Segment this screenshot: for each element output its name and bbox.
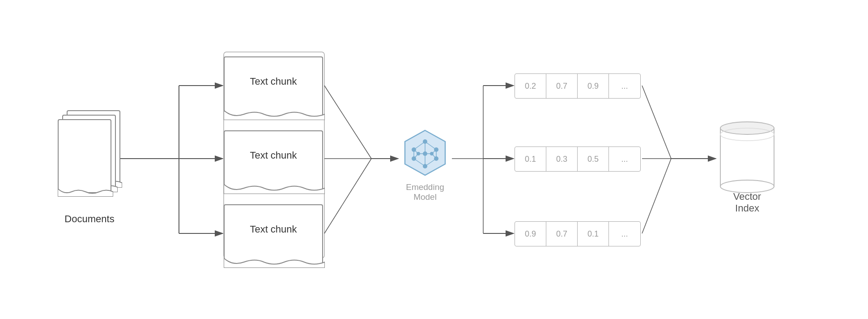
chunk-2-wavy <box>224 184 325 194</box>
chunk-2-label: Text chunk <box>250 150 297 161</box>
vector-cell: ... <box>609 222 640 246</box>
chunk-3-label: Text chunk <box>250 224 297 235</box>
vector-cell: 0.7 <box>546 74 578 98</box>
chunk-1: Text chunk <box>224 56 323 115</box>
embedding-icon <box>398 128 452 180</box>
vector-index-label-line2: Index <box>733 203 761 214</box>
embedding-label-line2: Model <box>406 192 444 202</box>
vector-cell: 0.7 <box>546 222 578 246</box>
vector-cell: 0.9 <box>515 222 546 246</box>
chunk-2: Text chunk <box>224 130 323 189</box>
documents-label: Documents <box>64 213 114 225</box>
svg-line-8 <box>324 86 371 159</box>
chunk-1-label: Text chunk <box>250 76 297 87</box>
vector-cell: 0.2 <box>515 74 546 98</box>
vector-index-group: Vector Index <box>716 115 779 214</box>
diagram: Documents Text chunk Text chunk Text chu… <box>31 7 837 312</box>
vector-cell: 0.1 <box>578 222 609 246</box>
embedding-label-line1: Emedding <box>406 182 444 192</box>
embedding-label: Emedding Model <box>406 182 444 202</box>
documents-group: Documents <box>45 110 134 225</box>
cylinder-icon <box>716 115 779 195</box>
vector-cell: 0.3 <box>546 147 578 171</box>
vector-row-3: 0.9 0.7 0.1 ... <box>515 221 641 246</box>
doc-wavy-front <box>58 189 113 197</box>
vector-row-2: 0.1 0.3 0.5 ... <box>515 147 641 172</box>
doc-stack <box>56 110 123 200</box>
svg-line-19 <box>642 159 671 233</box>
chunk-1-wavy <box>224 110 325 120</box>
vector-cell: ... <box>609 147 640 171</box>
vector-index-label-line1: Vector <box>733 191 761 203</box>
svg-rect-45 <box>720 128 774 186</box>
embedding-group: Emedding Model <box>398 128 452 202</box>
vector-cell: 0.5 <box>578 147 609 171</box>
doc-page-front <box>58 119 111 193</box>
vector-index-label: Vector Index <box>733 191 761 214</box>
vector-cell: 0.1 <box>515 147 546 171</box>
svg-line-17 <box>642 86 671 159</box>
vector-cell: ... <box>609 74 640 98</box>
svg-line-10 <box>324 159 371 233</box>
chunk-3-wavy <box>224 258 325 268</box>
vector-cell: 0.9 <box>578 74 609 98</box>
chunk-3: Text chunk <box>224 204 323 263</box>
vector-row-1: 0.2 0.7 0.9 ... <box>515 73 641 99</box>
